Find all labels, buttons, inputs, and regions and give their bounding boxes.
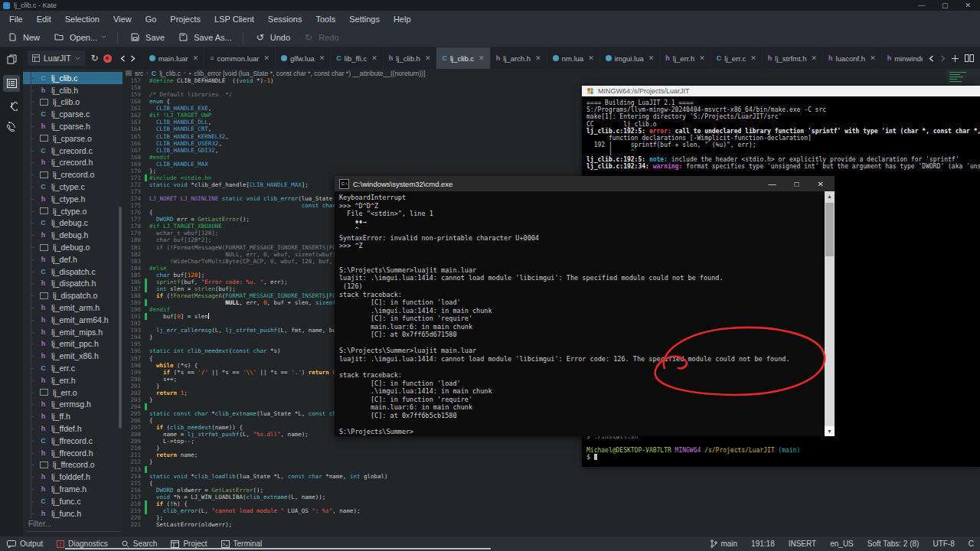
tab-close-icon[interactable]: ✕ (193, 54, 199, 62)
cmd-titlebar[interactable]: C:\ C:\windows\system32\cmd.exe — □ ✕ (335, 176, 835, 191)
tree-item-lj_debug.h[interactable]: hlj_debug.h (23, 229, 122, 241)
tab-luaconf.h[interactable]: hluaconf.h✕ (823, 47, 882, 69)
documents-icon[interactable] (3, 51, 20, 67)
tree-item-lj_emit_ppc.h[interactable]: hlj_emit_ppc.h (23, 338, 122, 350)
tab-main.luar[interactable]: main.luar✕ (144, 47, 205, 69)
menu-item-help[interactable]: Help (387, 13, 417, 25)
filter-input[interactable]: Filter... (26, 519, 121, 532)
tree-item-lj_debug.o[interactable]: lj_debug.o (23, 241, 122, 253)
undo-button[interactable]: ↺Undo (248, 30, 296, 45)
mingw-titlebar[interactable]: MINGW64:/s/Projects/LuarJIT (582, 86, 980, 96)
menu-item-file[interactable]: File (3, 13, 29, 25)
menu-item-edit[interactable]: Edit (31, 13, 57, 25)
stop-icon[interactable] (103, 54, 112, 63)
tree-item-lj_emit_arm.h[interactable]: hlj_emit_arm.h (23, 302, 122, 314)
redo-button[interactable]: ↻Redo (296, 30, 345, 45)
minimap[interactable] (946, 69, 980, 86)
tree-item-lj_clib.h[interactable]: hlj_clib.h (23, 84, 122, 96)
tab-close-icon[interactable]: ✕ (263, 54, 270, 62)
tree-item-lj_frame.h[interactable]: hlj_frame.h (23, 483, 122, 495)
tab-close-icon[interactable]: ✕ (812, 54, 818, 62)
tab-lj_arch.h[interactable]: hlj_arch.h✕ (491, 47, 547, 69)
tree-item-lj_ctype.o[interactable]: lj_ctype.o (23, 205, 122, 217)
cmd-close-button[interactable]: ✕ (818, 180, 824, 188)
tab-minwindef.h[interactable]: hminwindef.h✕ (882, 47, 923, 69)
scroll-thumb[interactable] (825, 203, 834, 256)
tree-item-lj_func.c[interactable]: Clj_func.c (23, 495, 122, 507)
tree-item-lj_ctype.h[interactable]: hlj_ctype.h (23, 193, 122, 205)
tabs-scroll-right-icon[interactable] (940, 55, 946, 62)
tree-item-lj_crecord.o[interactable]: lj_crecord.o (23, 168, 122, 181)
tree-item-lj_err.c[interactable]: Clj_err.c (23, 362, 122, 374)
tree-item-lj_clib.o[interactable]: lj_clib.o (23, 96, 122, 109)
statusbar-output-button[interactable]: Output (0, 536, 50, 551)
tree-item-lj_crecord.c[interactable]: Clj_crecord.c (23, 145, 122, 157)
refresh-icon[interactable]: ↻ (91, 53, 99, 64)
tab-close-icon[interactable]: ✕ (648, 54, 655, 62)
git-icon[interactable] (3, 96, 20, 113)
tab-lib_ffi.c[interactable]: Clib_ffi.c✕ (331, 47, 383, 69)
tree-item-lj_errmsg.h[interactable]: hlj_errmsg.h (23, 399, 122, 411)
tree-item-lj_dispatch.c[interactable]: Clj_dispatch.c (23, 266, 122, 278)
scroll-down-icon[interactable]: ▼ (825, 426, 835, 436)
menu-item-sessions[interactable]: Sessions (262, 13, 309, 25)
tree-item-lj_emit_mips.h[interactable]: hlj_emit_mips.h (23, 326, 122, 338)
tab-nm.lua[interactable]: nm.lua✕ (547, 47, 600, 69)
close-button[interactable]: ✕ (965, 2, 971, 9)
project-selector[interactable]: LuarJIT (28, 51, 85, 66)
tab-lj_strfmt.h[interactable]: hlj_strfmt.h✕ (763, 47, 823, 69)
tree-item-lj_cparse.o[interactable]: lj_cparse.o (23, 132, 122, 145)
minimize-button[interactable]: — (918, 2, 925, 9)
status-en-us[interactable]: en_US (830, 540, 854, 548)
tree-item-lj_ff.h[interactable]: hlj_ff.h (23, 410, 122, 422)
status-insert[interactable]: INSERT (789, 540, 817, 548)
file-tree-scrollbar[interactable] (119, 207, 122, 429)
menu-item-go[interactable]: Go (139, 13, 163, 25)
tab-close-icon[interactable]: ✕ (535, 54, 541, 62)
cmd-maximize-button[interactable]: □ (795, 180, 799, 188)
tree-item-lj_def.h[interactable]: hlj_def.h (23, 253, 122, 266)
tab-close-icon[interactable]: ✕ (479, 54, 485, 62)
menu-item-view[interactable]: View (107, 13, 138, 25)
tab-close-icon[interactable]: ✕ (319, 54, 325, 62)
tree-item-lj_ffdef.h[interactable]: hlj_ffdef.h (23, 422, 122, 435)
tree-item-lj_dispatch.o[interactable]: lj_dispatch.o (23, 289, 122, 302)
new-button[interactable]: New (0, 31, 46, 44)
menu-item-selection[interactable]: Selection (59, 13, 106, 25)
cmd-scrollbar[interactable]: ▲ ▼ (825, 191, 835, 436)
tree-item-lj_func.h[interactable]: hlj_func.h (23, 507, 122, 520)
tree-item-lj_cparse.h[interactable]: hlj_cparse.h (23, 120, 122, 132)
menu-item-tools[interactable]: Tools (309, 13, 341, 25)
tab-close-icon[interactable]: ✕ (870, 54, 876, 62)
save-button[interactable]: Save (122, 31, 171, 44)
tab-lj_clib.h[interactable]: hlj_clib.h✕ (384, 47, 437, 69)
tree-item-lj_emit_arm64.h[interactable]: hlj_emit_arm64.h (23, 314, 122, 326)
save-as-button[interactable]: Save As... (171, 31, 238, 44)
cmd-minimize-button[interactable]: — (769, 180, 776, 188)
tab-lj_err.h[interactable]: hlj_err.h✕ (660, 47, 711, 69)
tab-close-icon[interactable]: ✕ (699, 54, 705, 62)
tab-close-icon[interactable]: ✕ (425, 54, 431, 62)
tree-item-lj_err.h[interactable]: hlj_err.h (23, 374, 122, 386)
status-soft-tabs-2-8-[interactable]: Soft Tabs: 2 (8) (867, 540, 920, 548)
tree-item-lj_emit_x86.h[interactable]: hlj_emit_x86.h (23, 350, 122, 362)
tree-item-lj_ffrecord.h[interactable]: hlj_ffrecord.h (23, 447, 122, 459)
tabs-scroll-left-icon[interactable] (929, 55, 934, 62)
scroll-up-icon[interactable]: ▲ (825, 191, 835, 201)
tree-item-lj_err.o[interactable]: lj_err.o (23, 386, 122, 399)
tree-item-lj_dispatch.h[interactable]: hlj_dispatch.h (23, 278, 122, 290)
tree-item-lj_folddef.h[interactable]: hlj_folddef.h (23, 471, 122, 483)
tree-item-lj_crecord.h[interactable]: hlj_crecord.h (23, 157, 122, 169)
cmd-content[interactable]: KeyboardInterrupt>>> ^D^D^Z File "<stdin… (339, 194, 822, 435)
tree-item-lj_debug.c[interactable]: Clj_debug.c (23, 217, 122, 230)
tree-item-lj_ctype.c[interactable]: Clj_ctype.c (23, 181, 122, 193)
hamburger-icon[interactable] (126, 70, 132, 76)
tab-glfw.lua[interactable]: glfw.lua✕ (276, 47, 331, 69)
tab-lj_clib.c[interactable]: Clj_clib.c✕ (436, 47, 490, 69)
tree-item-lj_ffrecord.o[interactable]: lj_ffrecord.o (23, 459, 122, 471)
tab-close-icon[interactable]: ✕ (750, 54, 756, 62)
maximize-button[interactable]: ▢ (942, 2, 949, 9)
menu-item-lsp-client[interactable]: LSP Client (208, 13, 260, 25)
menu-item-projects[interactable]: Projects (164, 13, 207, 25)
tree-item-lj_clib.c[interactable]: Clj_clib.c (23, 72, 122, 84)
